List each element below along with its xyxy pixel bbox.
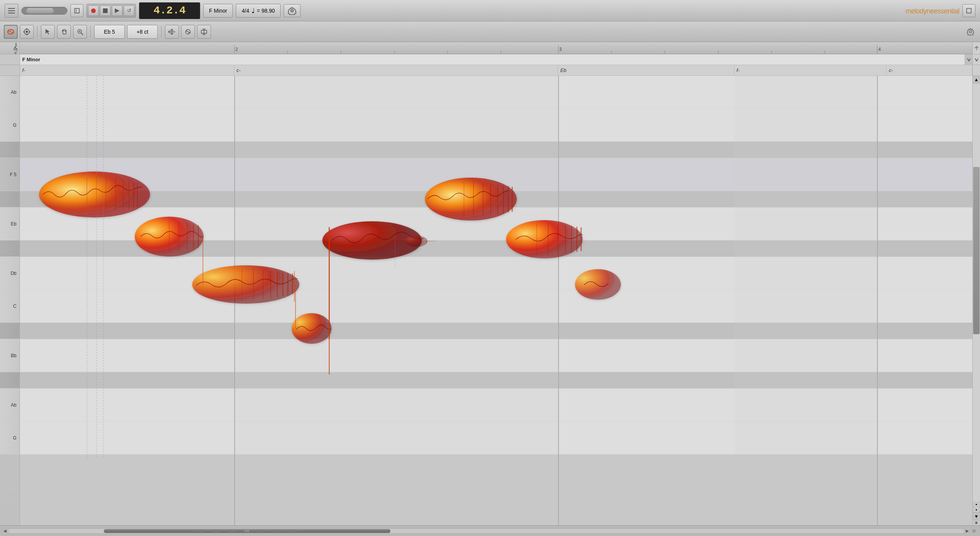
horizontal-scrollbar-track[interactable] — [8, 528, 965, 534]
right-sidebar-ruler-end — [973, 42, 980, 54]
tool-settings[interactable] — [20, 25, 34, 39]
ruler-minor-3 — [394, 51, 395, 54]
ruler: 2 3 4 — [20, 42, 972, 54]
key-edit-button[interactable] — [965, 54, 972, 65]
key-display[interactable]: F Minor — [203, 4, 233, 18]
play-button[interactable] — [112, 5, 122, 16]
grid-area — [20, 76, 972, 525]
svg-rect-3 — [75, 8, 79, 13]
svg-line-25 — [969, 58, 970, 61]
svg-point-23 — [969, 31, 972, 33]
menu-button[interactable] — [5, 4, 18, 18]
right-sidebar-chord — [973, 65, 980, 76]
scroll-left-button[interactable]: ◀ — [2, 528, 8, 534]
note-row-Eb: Eb — [0, 208, 20, 240]
svg-line-83 — [977, 58, 978, 61]
chord-section-f-minor2: f- — [734, 65, 887, 75]
note-labels: 𝄞 Ab G F 5 Eb Db — [0, 42, 20, 525]
note-row-G: G — [0, 109, 20, 142]
zoom-reset-button[interactable]: ⊡ — [970, 529, 978, 533]
record-button[interactable] — [88, 5, 99, 16]
note-row-Ab: Ab — [0, 76, 20, 109]
note-row-B — [0, 323, 20, 339]
svg-point-8 — [26, 31, 28, 33]
stop-button[interactable] — [100, 5, 111, 16]
note-row-F5: F 5 — [0, 158, 20, 191]
horizontal-scrollbar-thumb[interactable] — [104, 529, 390, 533]
note-row-Ab2: Ab — [0, 389, 20, 422]
vline-2 — [234, 76, 235, 525]
cents-display: +8 ct — [127, 25, 158, 39]
note-row-Bb: Bb — [0, 339, 20, 372]
note-row-D — [0, 240, 20, 257]
chord-section-c-minor2: c- — [887, 65, 972, 75]
ruler-mark-4: 4 — [877, 45, 877, 54]
svg-rect-1 — [8, 10, 15, 11]
chord-section-f-minor: f- — [20, 65, 234, 75]
tool-amplitude[interactable] — [197, 25, 211, 39]
right-sidebar-key-edit[interactable] — [973, 54, 980, 65]
tool-formant[interactable] — [181, 25, 195, 39]
scrollbar-thumb[interactable] — [973, 167, 980, 334]
top-bar: ↺ 4.2.4 F Minor 4/4 ♩ = 98.90 melodynees… — [0, 0, 980, 21]
note-row-A — [0, 372, 20, 389]
settings-button[interactable] — [284, 4, 301, 17]
vline-4 — [877, 76, 878, 525]
app-logo: melodyneessential — [905, 6, 959, 16]
note-row-G2: G — [0, 422, 20, 454]
svg-line-15 — [81, 33, 83, 35]
tool-zoom[interactable] — [73, 25, 87, 39]
ruler-minor-2 — [341, 51, 341, 54]
main-area[interactable]: 2 3 4 F Minor — [20, 42, 972, 525]
note-row-Gb — [0, 142, 20, 158]
key-label-spacer — [0, 54, 20, 65]
tool-pointer[interactable] — [41, 25, 55, 39]
loop-button[interactable]: ↺ — [124, 5, 134, 16]
note-row-C: C — [0, 290, 20, 323]
ruler-minor-1 — [287, 51, 288, 54]
tool-pitch-move[interactable] — [165, 25, 179, 39]
bar-section-4 — [734, 76, 877, 525]
scroll-down-button[interactable]: ▼ — [973, 512, 980, 520]
position-display: 4.2.4 — [139, 2, 200, 19]
chord-section-Eb: Eb — [558, 65, 734, 75]
window-button[interactable] — [962, 4, 975, 17]
vertical-scrollbar[interactable]: ▲ ● ● ▼ ⊞ — [973, 76, 980, 525]
svg-line-82 — [975, 58, 977, 61]
tool-blob[interactable] — [4, 25, 18, 39]
scroll-up-button[interactable]: ▲ — [973, 76, 980, 83]
clef-icon: 𝄞 — [13, 43, 18, 54]
time-sig-display[interactable]: 4/4 ♩ = 98.90 — [236, 4, 281, 18]
expand-button[interactable] — [70, 4, 83, 17]
tool-separator-1 — [37, 26, 38, 38]
bar-section-2 — [234, 76, 558, 525]
transport-controls: ↺ — [87, 4, 136, 18]
ruler-mark-3: 3 — [558, 45, 559, 54]
bottom-scrollbar: ◀ ▶ ⊡ — [0, 525, 980, 536]
scrollbar-track[interactable] — [973, 83, 980, 502]
scroll-bottom-indicator: ⊞ — [973, 520, 980, 525]
ruler-mark-2: 2 — [234, 45, 235, 54]
chord-row: f- c- Eb f- c- — [20, 65, 972, 76]
ruler-minor-5 — [501, 51, 501, 54]
scroll-dot-2[interactable]: ● — [973, 507, 980, 512]
key-label-row: F Minor — [20, 54, 972, 65]
ruler-minor-9 — [771, 51, 772, 54]
tool-hand[interactable] — [57, 25, 71, 39]
note-row-Db: Db — [0, 257, 20, 290]
vline-3 — [558, 76, 559, 525]
svg-rect-2 — [8, 13, 15, 13]
settings-gear-button[interactable] — [965, 26, 976, 38]
ruler-spacer: 𝄞 — [0, 42, 20, 54]
chord-section-c-minor: c- — [234, 65, 558, 75]
scroll-dot-1[interactable]: ● — [973, 502, 980, 507]
tool-separator-2 — [90, 26, 91, 38]
ruler-minor-4 — [448, 51, 448, 54]
right-sidebar: ▲ ● ● ▼ ⊞ — [972, 42, 980, 525]
ruler-minor-7 — [665, 51, 665, 54]
pitch-display: Eb 5 — [94, 25, 125, 39]
svg-line-24 — [967, 58, 969, 61]
scroll-right-button[interactable]: ▶ — [965, 528, 970, 534]
svg-point-5 — [291, 10, 293, 12]
timeline-scroll[interactable] — [21, 7, 67, 15]
